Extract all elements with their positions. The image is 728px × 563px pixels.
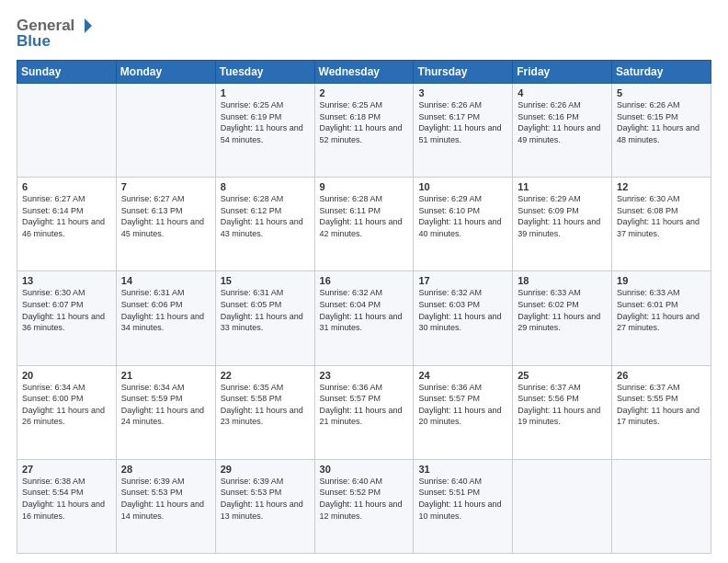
calendar-cell: 25Sunrise: 6:37 AM Sunset: 5:56 PM Dayli… [513, 365, 612, 459]
day-number: 14 [121, 275, 210, 286]
calendar-cell: 14Sunrise: 6:31 AM Sunset: 6:06 PM Dayli… [116, 271, 215, 365]
day-number: 10 [418, 181, 507, 192]
calendar-cell: 15Sunrise: 6:31 AM Sunset: 6:05 PM Dayli… [215, 271, 314, 365]
weekday-thursday: Thursday [414, 61, 513, 84]
day-number: 15 [221, 275, 310, 286]
day-number: 28 [121, 464, 210, 475]
day-number: 19 [617, 275, 706, 286]
day-number: 13 [22, 275, 111, 286]
day-info: Sunrise: 6:25 AM Sunset: 6:18 PM Dayligh… [320, 99, 409, 145]
logo-blue-text: Blue [17, 32, 51, 51]
day-number: 1 [221, 87, 310, 98]
day-info: Sunrise: 6:33 AM Sunset: 6:02 PM Dayligh… [518, 287, 607, 333]
day-number: 23 [320, 370, 409, 381]
day-info: Sunrise: 6:39 AM Sunset: 5:53 PM Dayligh… [221, 476, 310, 522]
weekday-tuesday: Tuesday [215, 61, 314, 84]
calendar-cell: 17Sunrise: 6:32 AM Sunset: 6:03 PM Dayli… [414, 271, 513, 365]
calendar-cell: 24Sunrise: 6:36 AM Sunset: 5:57 PM Dayli… [414, 365, 513, 459]
calendar-cell [116, 84, 215, 178]
calendar-cell: 2Sunrise: 6:25 AM Sunset: 6:18 PM Daylig… [314, 84, 414, 178]
calendar-cell: 4Sunrise: 6:26 AM Sunset: 6:16 PM Daylig… [513, 84, 612, 178]
day-number: 5 [617, 87, 706, 98]
calendar-cell: 29Sunrise: 6:39 AM Sunset: 5:53 PM Dayli… [215, 459, 314, 553]
day-info: Sunrise: 6:29 AM Sunset: 6:10 PM Dayligh… [418, 193, 507, 239]
day-info: Sunrise: 6:27 AM Sunset: 6:13 PM Dayligh… [121, 193, 210, 239]
day-number: 29 [221, 464, 310, 475]
day-number: 27 [22, 464, 111, 475]
calendar-cell: 27Sunrise: 6:38 AM Sunset: 5:54 PM Dayli… [17, 459, 117, 553]
day-info: Sunrise: 6:27 AM Sunset: 6:14 PM Dayligh… [22, 193, 111, 239]
calendar-cell: 31Sunrise: 6:40 AM Sunset: 5:51 PM Dayli… [414, 459, 513, 553]
logo: General Blue [17, 17, 93, 51]
day-info: Sunrise: 6:25 AM Sunset: 6:19 PM Dayligh… [221, 99, 310, 145]
svg-marker-0 [85, 18, 92, 33]
logo-container: General Blue [17, 17, 93, 51]
calendar-cell: 21Sunrise: 6:34 AM Sunset: 5:59 PM Dayli… [116, 365, 215, 459]
day-number: 2 [320, 87, 409, 98]
day-number: 16 [320, 275, 409, 286]
weekday-friday: Friday [513, 61, 612, 84]
calendar-cell: 19Sunrise: 6:33 AM Sunset: 6:01 PM Dayli… [612, 271, 711, 365]
calendar-cell: 26Sunrise: 6:37 AM Sunset: 5:55 PM Dayli… [612, 365, 711, 459]
calendar-cell: 6Sunrise: 6:27 AM Sunset: 6:14 PM Daylig… [17, 178, 117, 271]
calendar-cell: 16Sunrise: 6:32 AM Sunset: 6:04 PM Dayli… [314, 271, 414, 365]
weekday-sunday: Sunday [17, 61, 117, 84]
calendar-table: SundayMondayTuesdayWednesdayThursdayFrid… [17, 60, 711, 554]
day-info: Sunrise: 6:33 AM Sunset: 6:01 PM Dayligh… [617, 287, 706, 333]
calendar-cell: 10Sunrise: 6:29 AM Sunset: 6:10 PM Dayli… [414, 178, 513, 271]
calendar-cell: 13Sunrise: 6:30 AM Sunset: 6:07 PM Dayli… [17, 271, 117, 365]
day-info: Sunrise: 6:35 AM Sunset: 5:58 PM Dayligh… [221, 382, 310, 428]
day-info: Sunrise: 6:31 AM Sunset: 6:05 PM Dayligh… [221, 287, 310, 333]
day-info: Sunrise: 6:26 AM Sunset: 6:17 PM Dayligh… [418, 99, 507, 145]
calendar-cell: 5Sunrise: 6:26 AM Sunset: 6:15 PM Daylig… [612, 84, 711, 178]
day-number: 26 [617, 370, 706, 381]
day-info: Sunrise: 6:36 AM Sunset: 5:57 PM Dayligh… [418, 382, 507, 428]
day-info: Sunrise: 6:32 AM Sunset: 6:04 PM Dayligh… [320, 287, 409, 333]
day-number: 31 [418, 464, 507, 475]
calendar-cell: 1Sunrise: 6:25 AM Sunset: 6:19 PM Daylig… [215, 84, 314, 178]
calendar-cell: 22Sunrise: 6:35 AM Sunset: 5:58 PM Dayli… [215, 365, 314, 459]
day-info: Sunrise: 6:28 AM Sunset: 6:11 PM Dayligh… [320, 193, 409, 239]
day-number: 22 [221, 370, 310, 381]
calendar-cell [612, 459, 711, 553]
day-info: Sunrise: 6:26 AM Sunset: 6:16 PM Dayligh… [518, 99, 607, 145]
calendar-cell: 23Sunrise: 6:36 AM Sunset: 5:57 PM Dayli… [314, 365, 414, 459]
calendar-week-3: 13Sunrise: 6:30 AM Sunset: 6:07 PM Dayli… [17, 271, 711, 365]
calendar-cell: 18Sunrise: 6:33 AM Sunset: 6:02 PM Dayli… [513, 271, 612, 365]
day-info: Sunrise: 6:32 AM Sunset: 6:03 PM Dayligh… [418, 287, 507, 333]
day-number: 3 [418, 87, 507, 98]
day-info: Sunrise: 6:30 AM Sunset: 6:08 PM Dayligh… [617, 193, 706, 239]
weekday-wednesday: Wednesday [314, 61, 414, 84]
day-info: Sunrise: 6:31 AM Sunset: 6:06 PM Dayligh… [121, 287, 210, 333]
weekday-monday: Monday [116, 61, 215, 84]
day-number: 20 [22, 370, 111, 381]
day-number: 8 [221, 181, 310, 192]
calendar-cell: 20Sunrise: 6:34 AM Sunset: 6:00 PM Dayli… [17, 365, 117, 459]
day-number: 12 [617, 181, 706, 192]
day-info: Sunrise: 6:30 AM Sunset: 6:07 PM Dayligh… [22, 287, 111, 333]
calendar-week-1: 1Sunrise: 6:25 AM Sunset: 6:19 PM Daylig… [17, 84, 711, 178]
calendar-week-2: 6Sunrise: 6:27 AM Sunset: 6:14 PM Daylig… [17, 178, 711, 271]
calendar-week-5: 27Sunrise: 6:38 AM Sunset: 5:54 PM Dayli… [17, 459, 711, 553]
day-info: Sunrise: 6:36 AM Sunset: 5:57 PM Dayligh… [320, 382, 409, 428]
day-info: Sunrise: 6:26 AM Sunset: 6:15 PM Dayligh… [617, 99, 706, 145]
day-number: 18 [518, 275, 607, 286]
day-info: Sunrise: 6:37 AM Sunset: 5:56 PM Dayligh… [518, 382, 607, 428]
day-info: Sunrise: 6:37 AM Sunset: 5:55 PM Dayligh… [617, 382, 706, 428]
day-number: 21 [121, 370, 210, 381]
day-number: 24 [418, 370, 507, 381]
calendar-cell: 3Sunrise: 6:26 AM Sunset: 6:17 PM Daylig… [414, 84, 513, 178]
day-number: 7 [121, 181, 210, 192]
logo-flag-icon [76, 17, 93, 34]
day-info: Sunrise: 6:28 AM Sunset: 6:12 PM Dayligh… [221, 193, 310, 239]
day-number: 11 [518, 181, 607, 192]
page: General Blue SundayMondayTuesdayWednesda… [0, 0, 728, 563]
calendar-cell [513, 459, 612, 553]
weekday-saturday: Saturday [612, 61, 711, 84]
calendar-cell [17, 84, 117, 178]
day-info: Sunrise: 6:34 AM Sunset: 6:00 PM Dayligh… [22, 382, 111, 428]
calendar-cell: 7Sunrise: 6:27 AM Sunset: 6:13 PM Daylig… [116, 178, 215, 271]
calendar-cell: 30Sunrise: 6:40 AM Sunset: 5:52 PM Dayli… [314, 459, 414, 553]
day-number: 17 [418, 275, 507, 286]
day-info: Sunrise: 6:34 AM Sunset: 5:59 PM Dayligh… [121, 382, 210, 428]
